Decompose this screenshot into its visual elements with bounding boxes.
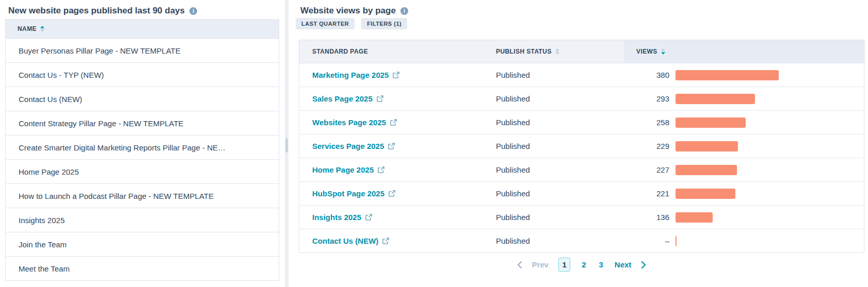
table-row: Contact Us (NEW) Published bbox=[299, 229, 864, 252]
table-row: Services Page 2025 Published bbox=[299, 134, 864, 158]
page-link-text: Websites Page 2025 bbox=[312, 118, 386, 127]
table-row: Meet the Team bbox=[6, 256, 279, 280]
standard-page-column-header[interactable]: STANDARD PAGE bbox=[299, 40, 483, 63]
sort-inactive-icon bbox=[555, 48, 559, 55]
page-link[interactable]: Insights 2025 bbox=[312, 213, 372, 222]
views-bar bbox=[676, 94, 755, 104]
views-bar bbox=[676, 212, 713, 223]
external-link-icon[interactable] bbox=[393, 72, 399, 78]
page-name-text: Buyer Personas Pillar Page - NEW TEMPLAT… bbox=[19, 46, 181, 55]
pagination: Prev 1 2 3 Next bbox=[299, 258, 864, 272]
table-row: Websites Page 2025 Published bbox=[299, 110, 864, 134]
page-1-button[interactable]: 1 bbox=[558, 258, 570, 272]
views-value: 221 bbox=[624, 189, 669, 198]
chevron-right-icon[interactable] bbox=[641, 261, 647, 269]
views-bar bbox=[676, 236, 677, 246]
sort-ascending-icon bbox=[40, 26, 44, 32]
page-link[interactable]: Marketing Page 2025 bbox=[312, 71, 399, 79]
standard-page-cell: Home Page 2025 bbox=[299, 165, 483, 174]
page-3-button[interactable]: 3 bbox=[598, 260, 605, 269]
left-report-title: New website pages published last 90 days… bbox=[8, 6, 197, 16]
new-pages-table: NAME Buyer Personas Pillar Page - NEW TE… bbox=[5, 19, 279, 281]
table-row: Contact Us (NEW) bbox=[6, 87, 279, 111]
views-cell: – bbox=[624, 236, 865, 246]
table-row: Buyer Personas Pillar Page - NEW TEMPLAT… bbox=[6, 38, 279, 62]
views-table-header: STANDARD PAGE PUBLISH STATUS VIEWS bbox=[299, 40, 864, 63]
chevron-left-icon[interactable] bbox=[517, 261, 522, 269]
views-value: 380 bbox=[624, 71, 669, 79]
panel-divider bbox=[285, 0, 288, 287]
page-name-text: Contact Us (NEW) bbox=[19, 95, 82, 104]
table-row: Sales Page 2025 Published bbox=[299, 87, 864, 110]
table-row: Join the Team bbox=[6, 232, 279, 256]
table-row: Home Page 2025 bbox=[6, 159, 279, 183]
external-link-icon[interactable] bbox=[382, 238, 389, 244]
prev-button[interactable]: Prev bbox=[532, 260, 549, 269]
publish-status-text: Published bbox=[496, 118, 530, 127]
page-name-text: Join the Team bbox=[19, 240, 67, 249]
page-link[interactable]: Contact Us (NEW) bbox=[312, 237, 389, 245]
next-button[interactable]: Next bbox=[615, 260, 632, 269]
external-link-icon[interactable] bbox=[377, 95, 383, 102]
page-link[interactable]: Sales Page 2025 bbox=[312, 94, 383, 103]
views-value: 136 bbox=[624, 213, 669, 222]
publish-status-cell: Published bbox=[483, 142, 624, 150]
publish-status-cell: Published bbox=[483, 237, 624, 245]
page-link-text: Insights 2025 bbox=[312, 213, 361, 222]
sort-descending-icon bbox=[661, 48, 665, 55]
external-link-icon[interactable] bbox=[389, 190, 395, 197]
views-table-rows: Marketing Page 2025 Published bbox=[299, 63, 864, 252]
external-link-icon[interactable] bbox=[378, 166, 384, 173]
page-link-text: Marketing Page 2025 bbox=[312, 71, 389, 79]
table-row: How to Launch a Podcast Pillar Page - NE… bbox=[6, 183, 279, 208]
page-name-text: Insights 2025 bbox=[19, 216, 65, 225]
page-name-text: Home Page 2025 bbox=[19, 167, 79, 176]
publish-status-cell: Published bbox=[483, 213, 624, 222]
info-icon[interactable]: i bbox=[189, 7, 197, 15]
date-range-badge[interactable]: LAST QUARTER bbox=[296, 18, 355, 29]
publish-status-text: Published bbox=[496, 213, 530, 222]
filters-badge[interactable]: FILTERS (1) bbox=[361, 18, 407, 29]
views-bar bbox=[676, 117, 746, 128]
publish-status-text: Published bbox=[496, 71, 530, 79]
name-column-header[interactable]: NAME bbox=[6, 20, 279, 38]
external-link-icon[interactable] bbox=[388, 143, 395, 149]
publish-status-text: Published bbox=[496, 189, 530, 198]
views-column-header[interactable]: VIEWS bbox=[624, 40, 865, 63]
table-row: Contact Us - TYP (NEW) bbox=[6, 62, 279, 87]
page-2-button[interactable]: 2 bbox=[580, 260, 587, 269]
publish-status-cell: Published bbox=[483, 94, 624, 103]
table-row: Insights 2025 Published bbox=[299, 205, 864, 229]
views-value: 258 bbox=[624, 118, 669, 127]
page-link[interactable]: HubSpot Page 2025 bbox=[312, 189, 395, 198]
page-link[interactable]: Services Page 2025 bbox=[312, 142, 395, 150]
new-pages-rows: Buyer Personas Pillar Page - NEW TEMPLAT… bbox=[6, 38, 279, 280]
page-name-text: Create Smarter Digital Marketing Reports… bbox=[19, 143, 226, 152]
page-link[interactable]: Home Page 2025 bbox=[312, 165, 384, 174]
external-link-icon[interactable] bbox=[390, 119, 397, 126]
page-link[interactable]: Websites Page 2025 bbox=[312, 118, 397, 127]
views-value: – bbox=[624, 237, 669, 245]
standard-page-cell: Contact Us (NEW) bbox=[299, 237, 483, 245]
views-cell: 229 bbox=[624, 141, 865, 151]
views-value: 227 bbox=[624, 165, 669, 174]
page-link-text: Services Page 2025 bbox=[312, 142, 384, 150]
table-row: Marketing Page 2025 Published bbox=[299, 63, 864, 87]
publish-status-cell: Published bbox=[483, 71, 624, 79]
publish-status-column-header[interactable]: PUBLISH STATUS bbox=[483, 40, 624, 63]
page-name-text: How to Launch a Podcast Pillar Page - NE… bbox=[19, 192, 214, 200]
info-icon[interactable]: i bbox=[400, 7, 408, 15]
table-row: HubSpot Page 2025 Published bbox=[299, 181, 864, 205]
publish-status-cell: Published bbox=[483, 189, 624, 198]
publish-status-text: Published bbox=[496, 142, 530, 150]
page-link-text: Contact Us (NEW) bbox=[312, 237, 378, 245]
right-report-title: Website views by page i bbox=[300, 6, 408, 16]
filter-badges: LAST QUARTER FILTERS (1) bbox=[296, 18, 407, 29]
external-link-icon[interactable] bbox=[365, 214, 372, 221]
standard-page-cell: Services Page 2025 bbox=[299, 142, 483, 150]
views-bar bbox=[676, 70, 779, 80]
name-column-label: NAME bbox=[18, 25, 37, 32]
standard-page-cell: Websites Page 2025 bbox=[299, 118, 483, 127]
page-name-text: Contact Us - TYP (NEW) bbox=[19, 71, 104, 79]
scrollbar-thumb[interactable] bbox=[285, 138, 288, 153]
